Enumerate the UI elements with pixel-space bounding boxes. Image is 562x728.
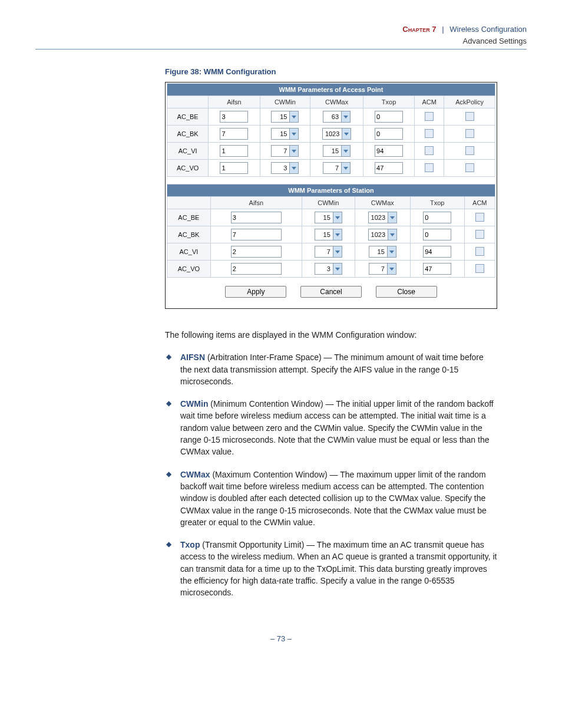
table-row: AC_BE 15 1023 [167,209,495,226]
term-desc: (Arbitration Inter-Frame Space) — The mi… [180,353,484,386]
svg-marker-5 [343,150,348,153]
row-label: AC_VO [167,261,211,278]
list-item: Txop (Transmit Opportunity Limit) — The … [165,539,497,598]
svg-marker-13 [389,251,394,253]
chevron-down-icon [388,212,396,223]
cwmin-select[interactable]: 15 [271,111,299,123]
chapter-title: Wireless Configuration [449,25,527,34]
acm-checkbox[interactable] [425,146,434,155]
close-button[interactable]: Close [376,286,437,298]
ackpolicy-checkbox[interactable] [465,146,474,155]
acm-checkbox[interactable] [425,112,434,121]
txop-input[interactable] [375,111,403,123]
cwmax-select[interactable]: 15 [369,246,396,258]
ap-table-title: WMM Parameters of Access Point [167,84,495,96]
chevron-down-icon [333,212,342,223]
aifsn-input[interactable] [231,212,282,223]
cwmax-select[interactable]: 7 [323,162,351,174]
chapter-sep: | [442,25,444,34]
svg-marker-2 [292,133,296,136]
chevron-down-icon [387,246,396,257]
list-item: CWMax (Maximum Contention Window) — The … [165,469,497,528]
col-cwmin: CWMin [260,96,310,108]
col-cwmax: CWMax [355,197,410,209]
col-txop: Txop [363,96,414,108]
cwmax-select[interactable]: 63 [323,111,351,123]
col-aifsn: Aifsn [210,197,302,209]
txop-input[interactable] [423,263,451,275]
ackpolicy-checkbox[interactable] [465,129,474,138]
aifsn-input[interactable] [220,145,248,157]
chevron-down-icon [333,229,342,240]
chevron-down-icon [341,163,350,173]
svg-marker-15 [389,268,394,271]
cwmin-select[interactable]: 15 [271,128,299,140]
acm-checkbox[interactable] [425,129,434,138]
table-row: AC_VO 3 7 [167,160,495,177]
cwmin-select[interactable]: 7 [315,246,342,258]
wmm-station-table: WMM Parameters of Station Aifsn CWMin CW… [167,184,495,278]
chevron-down-icon [388,229,396,240]
cwmin-select[interactable]: 15 [315,229,342,241]
cwmax-select[interactable]: 15 [323,145,351,157]
row-label: AC_BE [167,108,209,126]
cwmin-select[interactable]: 7 [271,145,299,157]
col-acm: ACM [464,197,495,209]
txop-input[interactable] [423,246,451,258]
svg-marker-6 [292,167,296,170]
cwmin-select[interactable]: 3 [315,263,342,275]
acm-checkbox[interactable] [475,264,484,273]
chevron-down-icon [341,111,350,122]
svg-marker-8 [335,216,340,219]
svg-marker-14 [335,268,340,271]
cwmin-select[interactable]: 3 [271,162,299,174]
col-cwmin: CWMin [302,197,355,209]
page-header: Chapter 7 | Wireless Configuration Advan… [35,24,527,47]
txop-input[interactable] [375,162,403,174]
cwmin-select[interactable]: 15 [315,212,342,223]
aifsn-input[interactable] [220,111,248,123]
acm-checkbox[interactable] [475,230,484,239]
svg-marker-3 [344,133,349,136]
term-desc: (Maximum Contention Window) — The maximu… [180,470,487,527]
table-row: AC_BE 15 63 [167,108,495,126]
term: AIFSN [180,353,205,362]
svg-marker-9 [390,216,395,219]
chevron-down-icon [333,263,342,274]
svg-marker-1 [343,116,348,118]
cwmax-select[interactable]: 1023 [368,229,397,241]
cwmax-select[interactable]: 7 [369,263,396,275]
table-row: AC_BK 15 1023 [167,226,495,243]
table-row: AC_VO 3 7 [167,261,495,278]
col-acm: ACM [415,96,444,108]
aifsn-input[interactable] [231,263,282,275]
ackpolicy-checkbox[interactable] [465,112,474,121]
svg-marker-7 [343,167,348,170]
txop-input[interactable] [375,128,403,140]
aifsn-input[interactable] [231,246,282,258]
cwmax-select[interactable]: 1023 [322,128,351,140]
chevron-down-icon [341,146,350,156]
sta-table-title: WMM Parameters of Station [167,185,495,197]
acm-checkbox[interactable] [475,247,484,256]
apply-button[interactable]: Apply [225,286,286,298]
txop-input[interactable] [423,212,451,223]
cancel-button[interactable]: Cancel [300,286,362,298]
ackpolicy-checkbox[interactable] [465,163,474,172]
row-label: AC_BK [167,226,211,243]
aifsn-input[interactable] [220,162,248,174]
intro-text: The following items are displayed in the… [165,329,497,341]
page-number: – 73 – [0,634,562,643]
chevron-down-icon [387,263,396,274]
acm-checkbox[interactable] [425,163,434,172]
aifsn-input[interactable] [220,128,248,140]
col-cwmax: CWMax [310,96,363,108]
cwmax-select[interactable]: 1023 [368,212,397,223]
table-row: AC_VI 7 15 [167,243,495,261]
txop-input[interactable] [375,145,403,157]
acm-checkbox[interactable] [475,213,484,222]
txop-input[interactable] [423,229,451,241]
row-label: AC_BE [167,209,211,226]
list-item: AIFSN (Arbitration Inter-Frame Space) — … [165,351,497,387]
aifsn-input[interactable] [231,229,282,241]
